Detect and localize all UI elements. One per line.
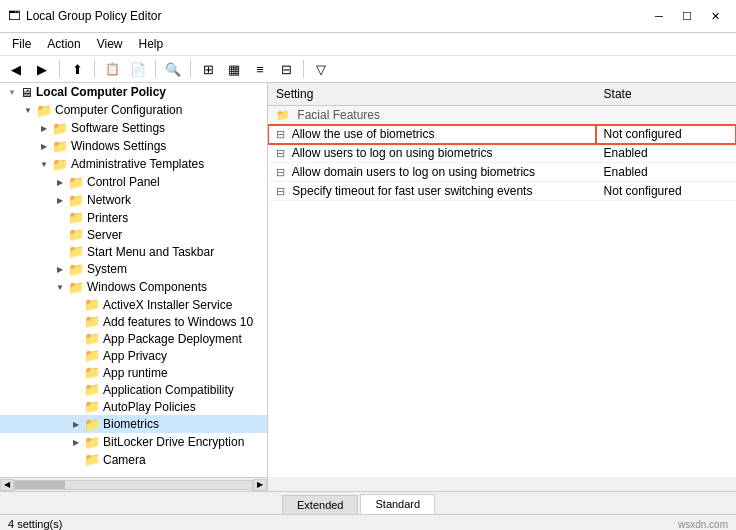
h-scroll-thumb[interactable]: [15, 481, 65, 489]
settings-table: Setting State 📁 Facial Features ⊟ Allow …: [268, 83, 736, 201]
tab-standard[interactable]: Standard: [360, 494, 435, 514]
tree-label: Add features to Windows 10: [103, 315, 253, 329]
main-content: ▼ 🖥 Local Computer Policy ▼ 📁 Computer C…: [0, 83, 736, 477]
toolbar-filter[interactable]: ▽: [309, 58, 333, 80]
toolbar-properties[interactable]: 📄: [126, 58, 150, 80]
toolbar-back[interactable]: ◀: [4, 58, 28, 80]
setting-icon: ⊟: [276, 185, 285, 197]
app-title: Local Group Policy Editor: [26, 9, 646, 23]
state-cell: Enabled: [596, 163, 736, 182]
folder-icon-small: 📁: [276, 109, 290, 121]
toolbar-view1[interactable]: ⊞: [196, 58, 220, 80]
tree-item-system[interactable]: ▶ 📁 System: [0, 260, 267, 278]
toolbar-view4[interactable]: ⊟: [274, 58, 298, 80]
expand-icon: ▼: [20, 102, 36, 118]
tree-item-app-privacy[interactable]: 📁 App Privacy: [0, 347, 267, 364]
expand-icon: ▶: [68, 416, 84, 432]
table-row[interactable]: ⊟ Allow users to log on using biometrics…: [268, 144, 736, 163]
folder-icon: 📁: [84, 331, 100, 346]
tree-label: Biometrics: [103, 417, 159, 431]
tree-item-start-menu[interactable]: 📁 Start Menu and Taskbar: [0, 243, 267, 260]
toolbar-forward[interactable]: ▶: [30, 58, 54, 80]
tree-item-app-runtime[interactable]: 📁 App runtime: [0, 364, 267, 381]
folder-icon: 📁: [52, 139, 68, 154]
table-row[interactable]: ⊟ Allow domain users to log on using bio…: [268, 163, 736, 182]
toolbar-find[interactable]: 🔍: [161, 58, 185, 80]
menu-file[interactable]: File: [4, 35, 39, 53]
tree-item-app-package[interactable]: 📁 App Package Deployment: [0, 330, 267, 347]
tree-item-autoplay[interactable]: 📁 AutoPlay Policies: [0, 398, 267, 415]
tree-item-software[interactable]: ▶ 📁 Software Settings: [0, 119, 267, 137]
folder-icon: 📁: [84, 452, 100, 467]
tree-label: Network: [87, 193, 131, 207]
toolbar-view2[interactable]: ▦: [222, 58, 246, 80]
tree-item-control-panel[interactable]: ▶ 📁 Control Panel: [0, 173, 267, 191]
computer-icon: 🖥: [20, 85, 33, 100]
folder-icon: 📁: [84, 297, 100, 312]
tree-item-computer-config[interactable]: ▼ 📁 Computer Configuration: [0, 101, 267, 119]
toolbar-show-hide[interactable]: 📋: [100, 58, 124, 80]
status-bar: 4 setting(s) wsxdn.com: [0, 514, 736, 530]
section-header-label: Facial Features: [297, 108, 380, 122]
tree-item-root[interactable]: ▼ 🖥 Local Computer Policy: [0, 83, 267, 101]
folder-icon: 📁: [68, 280, 84, 295]
menu-action[interactable]: Action: [39, 35, 88, 53]
tree-item-printers[interactable]: 📁 Printers: [0, 209, 267, 226]
setting-label: Allow domain users to log on using biome…: [292, 165, 535, 179]
tree-label: System: [87, 262, 127, 276]
tree-label: BitLocker Drive Encryption: [103, 435, 244, 449]
toolbar-view3[interactable]: ≡: [248, 58, 272, 80]
expand-icon: ▶: [52, 192, 68, 208]
tree-label: App runtime: [103, 366, 168, 380]
tree-item-windows-components[interactable]: ▼ 📁 Windows Components: [0, 278, 267, 296]
expand-icon: ▼: [36, 156, 52, 172]
menu-help[interactable]: Help: [131, 35, 172, 53]
menu-view[interactable]: View: [89, 35, 131, 53]
menu-bar: File Action View Help: [0, 33, 736, 56]
state-cell: Enabled: [596, 144, 736, 163]
maximize-button[interactable]: ☐: [674, 6, 700, 26]
h-scrollbar-track[interactable]: [14, 480, 253, 490]
setting-icon: ⊟: [276, 128, 285, 140]
tree-item-app-compat[interactable]: 📁 Application Compatibility: [0, 381, 267, 398]
expand-icon: ▼: [52, 279, 68, 295]
folder-icon: 📁: [68, 262, 84, 277]
table-row[interactable]: ⊟ Specify timeout for fast user switchin…: [268, 182, 736, 201]
tree-label: Camera: [103, 453, 146, 467]
scrollbar-area: ◀ ▶: [0, 477, 268, 491]
toolbar-up[interactable]: ⬆: [65, 58, 89, 80]
expand-icon: ▼: [4, 84, 20, 100]
watermark-text: wsxdn.com: [678, 519, 728, 530]
tree-label: Software Settings: [71, 121, 165, 135]
folder-icon: 📁: [36, 103, 52, 118]
expand-icon: ▶: [36, 120, 52, 136]
expand-icon: ▶: [68, 434, 84, 450]
right-pane: Setting State 📁 Facial Features ⊟ Allow …: [268, 83, 736, 477]
state-cell: Not configured: [596, 182, 736, 201]
folder-icon: 📁: [52, 121, 68, 136]
tree-item-activex[interactable]: 📁 ActiveX Installer Service: [0, 296, 267, 313]
setting-label: Allow users to log on using biometrics: [292, 146, 493, 160]
tree-item-windows-settings[interactable]: ▶ 📁 Windows Settings: [0, 137, 267, 155]
minimize-button[interactable]: ─: [646, 6, 672, 26]
tree-item-bitlocker[interactable]: ▶ 📁 BitLocker Drive Encryption: [0, 433, 267, 451]
left-pane[interactable]: ▼ 🖥 Local Computer Policy ▼ 📁 Computer C…: [0, 83, 268, 477]
folder-icon: 📁: [68, 210, 84, 225]
tab-extended[interactable]: Extended: [282, 495, 358, 514]
tree-item-admin-templates[interactable]: ▼ 📁 Administrative Templates: [0, 155, 267, 173]
scroll-left-btn[interactable]: ◀: [0, 479, 14, 491]
tree-item-network[interactable]: ▶ 📁 Network: [0, 191, 267, 209]
table-row[interactable]: ⊟ Allow the use of biometrics Not config…: [268, 125, 736, 144]
folder-icon: 📁: [84, 417, 100, 432]
tree-item-biometrics[interactable]: ▶ 📁 Biometrics: [0, 415, 267, 433]
tree-item-server[interactable]: 📁 Server: [0, 226, 267, 243]
tree-label: Administrative Templates: [71, 157, 204, 171]
tree-label: App Privacy: [103, 349, 167, 363]
section-header-row: 📁 Facial Features: [268, 106, 736, 125]
setting-icon: ⊟: [276, 166, 285, 178]
close-button[interactable]: ✕: [702, 6, 728, 26]
folder-icon: 📁: [84, 435, 100, 450]
tree-item-add-features[interactable]: 📁 Add features to Windows 10: [0, 313, 267, 330]
scroll-right-btn[interactable]: ▶: [253, 479, 267, 491]
tree-item-camera[interactable]: 📁 Camera: [0, 451, 267, 468]
